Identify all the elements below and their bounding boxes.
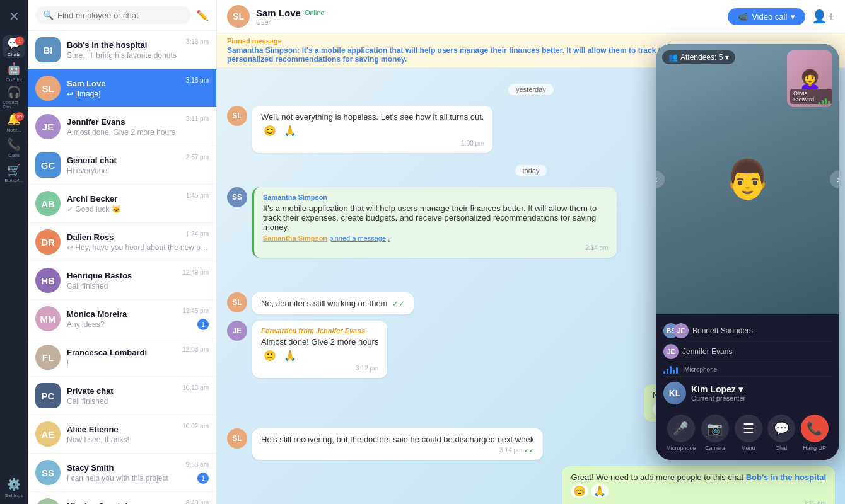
presenter-info: KL Kim Lopez ▾ Current presenter <box>663 382 831 404</box>
video-main: 👨 👥 Attendees: 5 ▾ 👩‍🦱 Olivia Steward <box>656 44 839 314</box>
avatar: AB <box>35 191 61 216</box>
avatar: NC <box>35 498 61 504</box>
hospital-link[interactable]: Bob's in the hospital <box>746 472 826 482</box>
chat-main: SL Sam Love Online User 📹 Video call ▾ 👤… <box>217 0 845 504</box>
nav-bar: ✕ 💬 Chats 1 🤖 CoPilot 🎧 Contact Cen... 🔔… <box>0 0 28 504</box>
attendee-name: Bennett Saunders <box>692 326 753 335</box>
message-bubble: Samantha Simpson It's a mobile applicati… <box>252 187 617 258</box>
message-avatar: SS <box>227 187 247 207</box>
message-bubble: He's still recovering, but the doctors s… <box>252 428 543 460</box>
avatar: MM <box>35 306 61 331</box>
menu-icon: ☰ <box>735 415 762 442</box>
chat-item[interactable]: DR Dalien Ross ↩ Hey, have you heard abo… <box>28 223 216 261</box>
presenter-avatar: KL <box>663 382 686 404</box>
chat-time: 3:16 pm <box>186 77 209 84</box>
message-avatar: JE <box>227 321 247 341</box>
chat-item[interactable]: AE Alice Etienne Now I see, thanks! 10:0… <box>28 415 216 454</box>
chat-header: SL Sam Love Online User 📹 Video call ▾ 👤… <box>217 0 845 33</box>
attendee-avatar: JE <box>673 323 689 338</box>
chat-control[interactable]: 💬 Chat <box>767 415 795 451</box>
chat-item[interactable]: HB Henrique Bastos Call finished 12:49 p… <box>28 261 216 300</box>
chat-time: 9:53 am <box>186 461 209 468</box>
chat-item[interactable]: SS Stacy Smith I can help you with this … <box>28 454 216 492</box>
nav-notifications[interactable]: 🔔 Notif... 23 <box>3 111 25 134</box>
chat-time: 12:45 pm <box>182 307 209 314</box>
chat-time: 8:40 am <box>186 500 209 504</box>
chat-item[interactable]: JE Jennifer Evans Almost done! Give 2 mo… <box>28 108 216 146</box>
chats-badge: 1 <box>15 37 24 45</box>
search-bar[interactable]: 🔍 <box>35 6 191 24</box>
attendees-bar: 👥 Attendees: 5 ▾ <box>662 50 735 64</box>
video-icon: 📹 <box>738 12 748 21</box>
chat-item[interactable]: AB Archi Becker ✓ Good luck 🐱 1:45 pm <box>28 185 216 223</box>
message-avatar: SL <box>227 106 247 126</box>
chat-preview: Call finished <box>67 282 209 290</box>
avatar: SL <box>35 76 61 101</box>
camera-control[interactable]: 📷 Camera <box>701 415 729 451</box>
hangup-control[interactable]: 📞 Hang UP <box>801 415 829 451</box>
chat-item[interactable]: NC Nicolas Courtois Call finished 8:40 a… <box>28 492 216 504</box>
compose-icon[interactable]: ✏️ <box>196 9 209 21</box>
nav-settings[interactable]: ⚙️ Settings <box>3 476 25 499</box>
market-icon: 🛒 <box>7 163 21 177</box>
chat-preview: ↩ [Image] <box>67 89 209 98</box>
chat-time: 10:13 am <box>182 384 209 391</box>
chevron-down-icon: ▾ <box>725 53 729 62</box>
microphone-icon: 🎤 <box>667 415 695 442</box>
video-bottom: BS JE Bennett Saunders JE Jennifer Evans <box>656 314 839 460</box>
chat-preview: Any ideas? <box>67 320 209 329</box>
call-controls: 🎤 Microphone 📷 Camera ☰ Menu 💬 Chat 📞 <box>663 410 831 454</box>
chat-item[interactable]: FL Francesca Lombardi ! 12:03 pm <box>28 338 216 377</box>
chat-item[interactable]: BI Bob's in the hospital Sure, I'll brin… <box>28 31 216 69</box>
video-call-overlay: 👨 👥 Attendees: 5 ▾ 👩‍🦱 Olivia Steward <box>656 44 839 460</box>
avatar: BI <box>35 37 61 62</box>
chat-item[interactable]: PC Private chat Call finished 10:13 am <box>28 377 216 415</box>
chat-preview: I can help you with this project <box>67 474 209 483</box>
attendees-list: BS JE Bennett Saunders JE Jennifer Evans <box>663 321 831 377</box>
message-avatar: SL <box>227 428 247 449</box>
pinned-link[interactable]: message <box>358 234 386 242</box>
chat-items: BI Bob's in the hospital Sure, I'll brin… <box>28 31 216 504</box>
attendee-item: BS JE Bennett Saunders <box>663 321 831 341</box>
chat-preview: ✓ Good luck 🐱 <box>67 205 209 214</box>
settings-icon: ⚙️ <box>7 478 21 491</box>
unread-badge: 1 <box>197 472 209 484</box>
chat-preview: Now I see, thanks! <box>67 435 209 444</box>
nav-market[interactable]: 🛒 Bitrix24... <box>3 161 25 184</box>
menu-control[interactable]: ☰ Menu <box>735 415 762 451</box>
search-input[interactable] <box>57 11 184 20</box>
chat-time: 12:49 pm <box>182 269 209 276</box>
chat-time: 2:57 pm <box>186 154 209 161</box>
avatar: FL <box>35 345 61 370</box>
online-status: Online <box>305 9 325 16</box>
chat-item[interactable]: MM Monica Moreira Any ideas? 12:45 pm 1 <box>28 300 216 338</box>
message-bubble: Forwarded from Jennifer Evans Almost don… <box>252 321 387 378</box>
message-bubble: No, Jennifer's still working on them ✓✓ <box>252 292 414 314</box>
avatar: GC <box>35 152 61 178</box>
chat-item-active[interactable]: SL Sam Love ↩ [Image] 3:16 pm <box>28 69 216 108</box>
chat-time: 1:45 pm <box>186 192 209 199</box>
nav-chats[interactable]: 💬 Chats 1 <box>3 35 25 58</box>
copilot-icon: 🤖 <box>7 62 21 76</box>
attendee-item: JE Jennifer Evans <box>663 341 831 362</box>
avatar: AE <box>35 421 61 447</box>
close-button[interactable]: ✕ <box>3 5 25 28</box>
chevron-down-icon: ▾ <box>738 384 743 394</box>
video-call-button[interactable]: 📹 Video call ▾ <box>728 8 805 25</box>
presenter-name: Kim Lopez ▾ <box>691 384 745 394</box>
header-role: User <box>256 18 325 26</box>
add-user-icon[interactable]: 👤+ <box>812 9 835 24</box>
people-icon: 👥 <box>668 53 678 62</box>
header-name: Sam Love <box>256 8 301 18</box>
nav-contact-center[interactable]: 🎧 Contact Cen... <box>3 86 25 108</box>
attendees-count: Attendees: 5 <box>680 53 723 62</box>
chat-item[interactable]: GC General chat Hi everyone! 2:57 pm <box>28 146 216 185</box>
nav-copilot[interactable]: 🤖 CoPilot <box>3 60 25 83</box>
chat-preview: Almost done! Give 2 more hours <box>67 128 209 137</box>
nav-calls[interactable]: 📞 Calls <box>3 136 25 159</box>
avatar: JE <box>35 114 61 139</box>
avatar: SS <box>35 460 61 485</box>
microphone-control[interactable]: 🎤 Microphone <box>666 415 696 451</box>
hangup-icon: 📞 <box>801 415 829 442</box>
chat-list-header: 🔍 ✏️ <box>28 0 216 31</box>
